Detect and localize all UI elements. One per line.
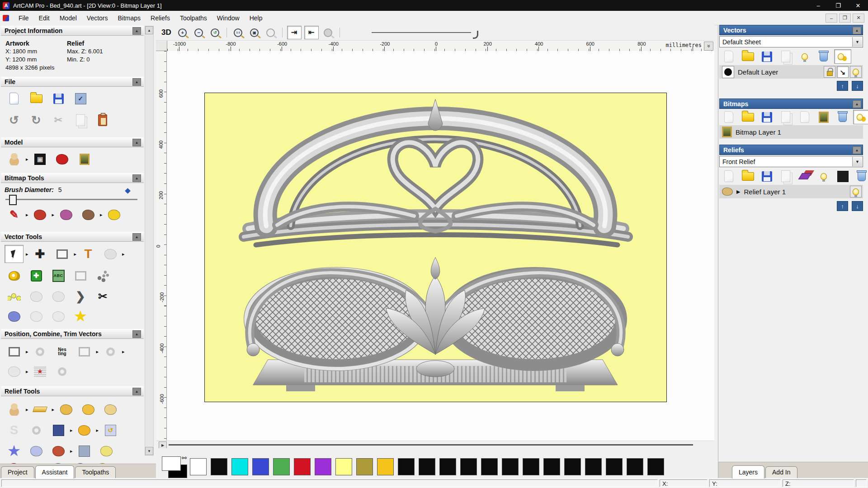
measure-icon[interactable] xyxy=(5,267,24,285)
create-rectangle-icon[interactable] xyxy=(53,245,72,263)
sculpt-relief-icon[interactable] xyxy=(79,400,98,418)
mdi-restore-button[interactable]: ❐ xyxy=(839,14,851,23)
save-bitmap-layer-icon[interactable] xyxy=(758,110,775,124)
menu-bitmaps[interactable]: Bitmaps xyxy=(113,13,146,23)
face-wizard-icon[interactable] xyxy=(75,442,94,460)
layers-tab-layers[interactable]: Layers xyxy=(732,465,764,479)
array-copy-icon[interactable] xyxy=(93,267,112,285)
relief-clipart-icon[interactable] xyxy=(5,400,24,418)
switch-to-3d-button[interactable]: 3D xyxy=(160,28,173,37)
guides-toggle-button[interactable]: ⇤ xyxy=(304,26,319,39)
smooth-relief-icon[interactable] xyxy=(57,400,75,418)
relief-select[interactable]: Front Relief ▼ xyxy=(719,156,863,167)
move-layer-up-button[interactable]: ↑ xyxy=(837,201,848,211)
collapse-button[interactable]: ▲ xyxy=(132,388,141,395)
artwork-area[interactable] xyxy=(204,93,667,402)
palette-swatch-16[interactable] xyxy=(523,458,539,475)
set-model-size-icon[interactable] xyxy=(5,150,24,168)
scroll-down-button[interactable]: ▼ xyxy=(145,447,153,455)
preview-button[interactable] xyxy=(321,26,335,39)
assistant-tab-project[interactable]: Project xyxy=(1,466,34,479)
layer-colour-swatch[interactable] xyxy=(722,66,734,78)
adjust-model-icon[interactable]: ▣ xyxy=(31,150,50,168)
greyscale-preview-icon[interactable] xyxy=(834,169,851,183)
collapse-button[interactable]: ▲ xyxy=(853,100,861,108)
relief-layer-visibility-button[interactable] xyxy=(850,186,862,197)
nesting-icon[interactable]: Nes ting xyxy=(53,343,72,361)
collapse-button[interactable]: ▲ xyxy=(853,27,861,34)
texture-relief-icon[interactable]: ★ xyxy=(5,442,24,460)
mdi-minimize-button[interactable]: – xyxy=(826,14,837,23)
relief-visibility-icon[interactable] xyxy=(815,169,832,183)
colour-palette-icon[interactable] xyxy=(79,206,98,224)
toggle-all-bitmaps-icon[interactable] xyxy=(853,110,868,124)
zoom-in-button[interactable]: + xyxy=(176,26,189,39)
model-options-icon[interactable]: ✓ xyxy=(71,89,90,108)
text-tools-icon[interactable]: ABC xyxy=(49,267,68,285)
zoom-object-button[interactable] xyxy=(264,26,278,39)
palette-swatch-18[interactable] xyxy=(564,458,581,475)
layer-visibility-button[interactable] xyxy=(850,66,862,78)
bitmap-layer-row[interactable]: Bitmap Layer 1 xyxy=(719,125,863,139)
collapse-button[interactable]: ▲ xyxy=(132,139,141,146)
palette-swatch-12[interactable] xyxy=(439,458,456,475)
toggle-layer-visibility-icon[interactable] xyxy=(796,49,813,64)
palette-swatch-6[interactable] xyxy=(315,458,331,475)
palette-swatch-21[interactable] xyxy=(627,458,643,475)
flyout-arrow-icon[interactable]: ▸ xyxy=(26,251,28,257)
brush-diameter-slider-thumb[interactable] xyxy=(9,195,17,205)
move-layer-up-button[interactable]: ↑ xyxy=(837,81,848,91)
lock-layer-button[interactable] xyxy=(824,66,835,78)
dropdown-arrow-icon[interactable]: ▼ xyxy=(852,157,862,166)
undo-icon[interactable]: ↺ xyxy=(5,111,24,129)
view-fade-slider-handle[interactable] xyxy=(473,31,478,39)
flyout-arrow-icon[interactable]: ▸ xyxy=(26,212,28,218)
flyout-arrow-icon[interactable]: ▸ xyxy=(100,212,103,218)
flyout-arrow-icon[interactable]: ▸ xyxy=(96,427,99,433)
menu-vectors[interactable]: Vectors xyxy=(82,13,113,23)
layers-tab-add-in[interactable]: Add In xyxy=(765,466,797,479)
palette-swatch-7[interactable] xyxy=(335,458,352,475)
bitmap-properties-icon[interactable] xyxy=(815,110,832,124)
save-relief-layer-icon[interactable] xyxy=(758,169,775,183)
restore-button[interactable]: ❐ xyxy=(828,0,848,11)
flyout-arrow-icon[interactable]: ▸ xyxy=(122,349,125,355)
sheet-select[interactable]: Default Sheet ▼ xyxy=(719,36,863,47)
toggle-all-layers-icon[interactable] xyxy=(834,49,851,64)
bitmap-to-vector-icon[interactable] xyxy=(105,206,124,224)
paste-icon[interactable] xyxy=(93,111,112,129)
flyout-arrow-icon[interactable]: ▸ xyxy=(26,407,28,413)
menu-help[interactable]: Help xyxy=(245,13,268,23)
brush-diameter-slider[interactable] xyxy=(5,199,137,201)
menu-model[interactable]: Model xyxy=(55,13,82,23)
load-image-icon[interactable] xyxy=(75,150,94,168)
collapse-button[interactable]: ▲ xyxy=(853,146,861,154)
flyout-arrow-icon[interactable]: ▸ xyxy=(122,251,125,257)
palette-swatch-20[interactable] xyxy=(606,458,623,475)
zoom-out-button[interactable]: − xyxy=(192,26,206,39)
scroll-up-button[interactable]: ▲ xyxy=(145,26,153,34)
shape-editor-icon[interactable] xyxy=(31,400,50,418)
palette-swatch-1[interactable] xyxy=(211,458,227,475)
save-model-icon[interactable] xyxy=(49,89,68,108)
extrude-dome-icon[interactable] xyxy=(5,307,24,325)
flood-fill-icon[interactable] xyxy=(31,206,50,224)
create-text-icon[interactable]: T xyxy=(79,245,98,263)
select-vectors-icon[interactable] xyxy=(5,245,24,263)
open-bitmap-layer-icon[interactable] xyxy=(739,110,756,124)
zoom-fit-button[interactable]: ▣ xyxy=(248,26,261,39)
paint-icon[interactable]: ✎ xyxy=(5,206,24,224)
collapse-button[interactable]: ▲ xyxy=(132,174,141,182)
view-fade-slider[interactable] xyxy=(372,32,471,33)
collapse-button[interactable]: ▲ xyxy=(132,27,141,35)
menu-toolpaths[interactable]: Toolpaths xyxy=(175,13,212,23)
vector-layer-row[interactable]: Default Layer ↘ xyxy=(719,65,863,79)
section-model[interactable]: Model ▲ xyxy=(1,137,144,147)
redo-icon[interactable]: ↻ xyxy=(27,111,46,129)
menu-window[interactable]: Window xyxy=(212,13,245,23)
dropdown-arrow-icon[interactable]: ▼ xyxy=(852,37,862,47)
palette-swatch-9[interactable] xyxy=(377,458,394,475)
paste-relief-icon[interactable]: ↺ xyxy=(101,421,120,439)
close-button[interactable]: ✕ xyxy=(848,0,868,11)
flyout-arrow-icon[interactable]: ▸ xyxy=(96,349,99,355)
